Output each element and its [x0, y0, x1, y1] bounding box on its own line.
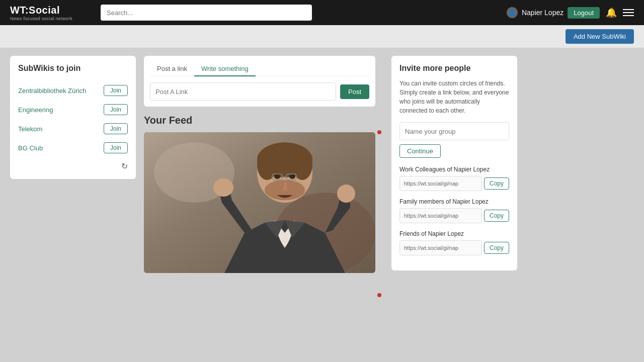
- post-link-input[interactable]: [150, 82, 336, 101]
- dot-divider-top: [377, 130, 381, 134]
- svg-point-6: [292, 150, 312, 180]
- feed-image: [144, 132, 375, 273]
- refresh-icon[interactable]: ↻: [18, 161, 128, 171]
- invite-link-row-0: Copy: [399, 176, 509, 191]
- main-content: SubWikis to join Zentralbibliothek Züric…: [0, 48, 644, 362]
- invite-link-input-2[interactable]: [399, 240, 482, 255]
- invite-link-input-1[interactable]: [399, 208, 482, 223]
- join-button-2[interactable]: Join: [104, 123, 128, 134]
- tab-write-something[interactable]: Write something: [194, 62, 256, 76]
- invite-group-0: Work Colleagues of Napier Lopez Copy: [399, 166, 509, 191]
- invite-group-label-1: Family members of Napier Lopez: [399, 198, 509, 205]
- join-button-1[interactable]: Join: [104, 104, 128, 115]
- invite-group-label-2: Friends of Napier Lopez: [399, 230, 509, 237]
- feed-title: Your Feed: [144, 115, 375, 126]
- post-input-row: Post: [150, 82, 369, 101]
- header-right: 👤 Napier Lopez Logout 🔔: [507, 7, 634, 19]
- svg-point-14: [337, 185, 355, 203]
- sidebar: SubWikis to join Zentralbibliothek Züric…: [10, 56, 136, 179]
- invite-group-2: Friends of Napier Lopez Copy: [399, 230, 509, 255]
- feed-image-svg: [144, 132, 375, 273]
- copy-button-0[interactable]: Copy: [484, 177, 509, 190]
- list-item: BG Club Join: [18, 138, 128, 157]
- bell-icon[interactable]: 🔔: [606, 7, 617, 18]
- logout-button[interactable]: Logout: [568, 7, 600, 19]
- user-name: Napier Lopez: [522, 9, 564, 17]
- join-button-3[interactable]: Join: [104, 142, 128, 153]
- subwiki-name-2[interactable]: Telekom: [18, 125, 42, 133]
- sidebar-title: SubWikis to join: [18, 64, 128, 73]
- invite-group-1: Family members of Napier Lopez Copy: [399, 198, 509, 223]
- dot-dividers: [375, 56, 383, 356]
- svg-point-5: [257, 150, 277, 180]
- svg-point-8: [274, 174, 280, 179]
- add-subwiki-bar: Add New SubWiki: [0, 25, 644, 48]
- user-area: 👤 Napier Lopez Logout: [507, 7, 600, 19]
- join-button-0[interactable]: Join: [104, 85, 128, 96]
- svg-point-9: [289, 174, 295, 179]
- tab-post-link[interactable]: Post a link: [150, 62, 194, 76]
- invite-description: You can invite custom circles of friends…: [399, 79, 509, 115]
- invite-link-row-1: Copy: [399, 208, 509, 223]
- list-item: Zentralbibliothek Zürich Join: [18, 81, 128, 100]
- svg-point-13: [213, 178, 233, 197]
- copy-button-1[interactable]: Copy: [484, 210, 509, 222]
- menu-icon[interactable]: [623, 9, 634, 16]
- invite-title: Invite more people: [399, 64, 509, 73]
- header: WT:Social News focused social network 👤 …: [0, 0, 644, 25]
- logo-subtitle: News focused social network: [10, 16, 91, 21]
- copy-button-2[interactable]: Copy: [484, 242, 509, 254]
- post-button[interactable]: Post: [340, 84, 369, 99]
- invite-group-label-0: Work Colleagues of Napier Lopez: [399, 166, 509, 173]
- user-avatar-icon: 👤: [507, 7, 518, 18]
- center-content: Post a link Write something Post Your Fe…: [144, 56, 375, 356]
- group-name-input[interactable]: [399, 122, 509, 140]
- list-item: Telekom Join: [18, 119, 128, 138]
- logo: WT:Social News focused social network: [10, 5, 91, 21]
- continue-button[interactable]: Continue: [399, 144, 441, 158]
- logo-title: WT:Social: [10, 5, 91, 16]
- invite-link-input-0[interactable]: [399, 176, 482, 191]
- post-tabs: Post a link Write something: [150, 62, 369, 76]
- invite-link-row-2: Copy: [399, 240, 509, 255]
- subwiki-name-3[interactable]: BG Club: [18, 144, 43, 152]
- right-panel: Invite more people You can invite custom…: [391, 56, 517, 270]
- search-input[interactable]: [101, 5, 312, 21]
- add-subwiki-button[interactable]: Add New SubWiki: [566, 29, 634, 44]
- subwiki-name-1[interactable]: Engineering: [18, 106, 53, 114]
- dot-divider-bottom: [377, 293, 381, 297]
- list-item: Engineering Join: [18, 100, 128, 119]
- subwiki-name-0[interactable]: Zentralbibliothek Zürich: [18, 87, 86, 95]
- post-area: Post a link Write something Post: [144, 56, 375, 107]
